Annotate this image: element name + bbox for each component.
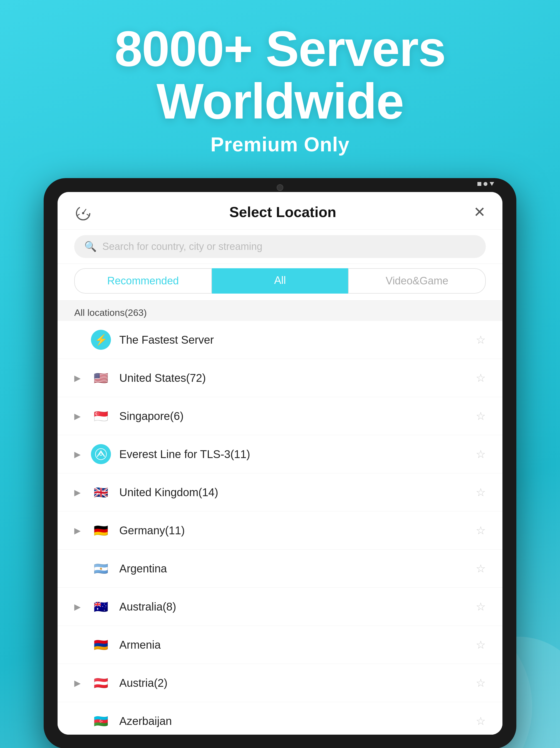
tablet-status-bar <box>478 182 494 186</box>
item-name: Azerbaijan <box>119 715 467 727</box>
item-name: United States(72) <box>119 372 467 384</box>
star-icon[interactable]: ☆ <box>476 524 486 537</box>
hero-section: 8000+ Servers Worldwide Premium Only <box>115 22 445 156</box>
header-title: Select Location <box>229 204 336 220</box>
list-item[interactable]: ▶ Everest Line for TLS-3(11) ☆ <box>57 435 503 473</box>
search-input[interactable]: Search for country, city or streaming <box>102 241 263 252</box>
svg-point-2 <box>82 212 84 214</box>
speedometer-icon <box>74 203 92 221</box>
star-icon[interactable]: ☆ <box>476 486 486 499</box>
tablet-wrapper: Select Location ✕ 🔍 Search for country, … <box>44 178 516 748</box>
expand-arrow-icon: ▶ <box>74 411 82 421</box>
flag-icon: 🇦🇿 <box>91 711 111 731</box>
expand-arrow-icon: ▶ <box>74 488 82 497</box>
tab-video[interactable]: Video&Game <box>348 268 486 294</box>
app-header: Select Location ✕ <box>57 192 503 230</box>
list-item[interactable]: ▶ 🇬🇧 United Kingdom(14) ☆ <box>57 473 503 512</box>
item-name: Singapore(6) <box>119 410 467 422</box>
star-icon[interactable]: ☆ <box>476 562 486 575</box>
list-item[interactable]: ▶ 🇺🇸 United States(72) ☆ <box>57 359 503 397</box>
list-item[interactable]: 🇦🇿 Azerbaijan ☆ <box>57 702 503 734</box>
status-triangle-icon <box>490 182 494 186</box>
flag-icon: 🇺🇸 <box>91 368 111 388</box>
flag-icon: 🇦🇷 <box>91 559 111 579</box>
item-name: Everest Line for TLS-3(11) <box>119 448 467 461</box>
svg-line-3 <box>78 214 79 215</box>
list-item[interactable]: ▶ 🇩🇪 Germany(11) ☆ <box>57 512 503 550</box>
fastest-server-icon <box>91 330 111 350</box>
flag-icon: 🇩🇪 <box>91 520 111 540</box>
star-icon[interactable]: ☆ <box>476 372 486 384</box>
list-item[interactable]: ▶ 🇦🇹 Austria(2) ☆ <box>57 664 503 702</box>
expand-arrow-icon: ▶ <box>74 678 82 688</box>
list-item[interactable]: ▶ 🇦🇺 Australia(8) ☆ <box>57 588 503 626</box>
tab-recommended[interactable]: Recommended <box>74 268 212 294</box>
status-dot-icon <box>484 182 487 186</box>
flag-icon: 🇦🇹 <box>91 673 111 693</box>
star-icon[interactable]: ☆ <box>476 448 486 461</box>
search-input-wrapper[interactable]: 🔍 Search for country, city or streaming <box>74 235 486 258</box>
tablet-camera <box>277 184 283 191</box>
search-icon: 🔍 <box>84 241 97 252</box>
status-square-icon <box>478 182 481 186</box>
list-item[interactable]: The Fastest Server ☆ <box>57 321 503 359</box>
star-icon[interactable]: ☆ <box>476 715 486 727</box>
flag-icon: 🇬🇧 <box>91 482 111 502</box>
star-icon[interactable]: ☆ <box>476 677 486 689</box>
expand-arrow-icon: ▶ <box>74 602 82 612</box>
expand-arrow-icon: ▶ <box>74 525 82 535</box>
flag-icon: 🇸🇬 <box>91 406 111 426</box>
item-name: Austria(2) <box>119 677 467 689</box>
star-icon[interactable]: ☆ <box>476 600 486 613</box>
star-icon[interactable]: ☆ <box>476 638 486 651</box>
item-name: United Kingdom(14) <box>119 486 467 499</box>
all-locations-label: All locations(263) <box>57 301 503 321</box>
expand-arrow-icon: ▶ <box>74 373 82 383</box>
close-button[interactable]: ✕ <box>473 204 486 220</box>
list-item[interactable]: ▶ 🇸🇬 Singapore(6) ☆ <box>57 397 503 435</box>
flag-icon: 🇦🇺 <box>91 597 111 617</box>
everest-icon <box>91 444 111 464</box>
list-item[interactable]: 🇦🇷 Argentina ☆ <box>57 550 503 588</box>
expand-arrow-icon: ▶ <box>74 449 82 459</box>
search-bar: 🔍 Search for country, city or streaming <box>57 230 503 264</box>
tab-all[interactable]: All <box>212 268 348 294</box>
svg-line-4 <box>87 214 89 215</box>
server-list: The Fastest Server ☆ ▶ 🇺🇸 United States(… <box>57 321 503 734</box>
hero-subtitle: Premium Only <box>115 133 445 156</box>
hero-title: 8000+ Servers Worldwide <box>115 22 445 127</box>
tablet-outer: Select Location ✕ 🔍 Search for country, … <box>44 178 516 748</box>
item-name: The Fastest Server <box>119 334 467 346</box>
tablet-screen: Select Location ✕ 🔍 Search for country, … <box>57 192 503 734</box>
item-name: Argentina <box>119 562 467 575</box>
tabs-bar: Recommended All Video&Game <box>57 264 503 301</box>
item-name: Australia(8) <box>119 601 467 613</box>
item-name: Armenia <box>119 639 467 651</box>
star-icon[interactable]: ☆ <box>476 333 486 346</box>
item-name: Germany(11) <box>119 524 467 537</box>
flag-icon: 🇦🇲 <box>91 635 111 655</box>
list-item[interactable]: 🇦🇲 Armenia ☆ <box>57 626 503 664</box>
star-icon[interactable]: ☆ <box>476 410 486 422</box>
